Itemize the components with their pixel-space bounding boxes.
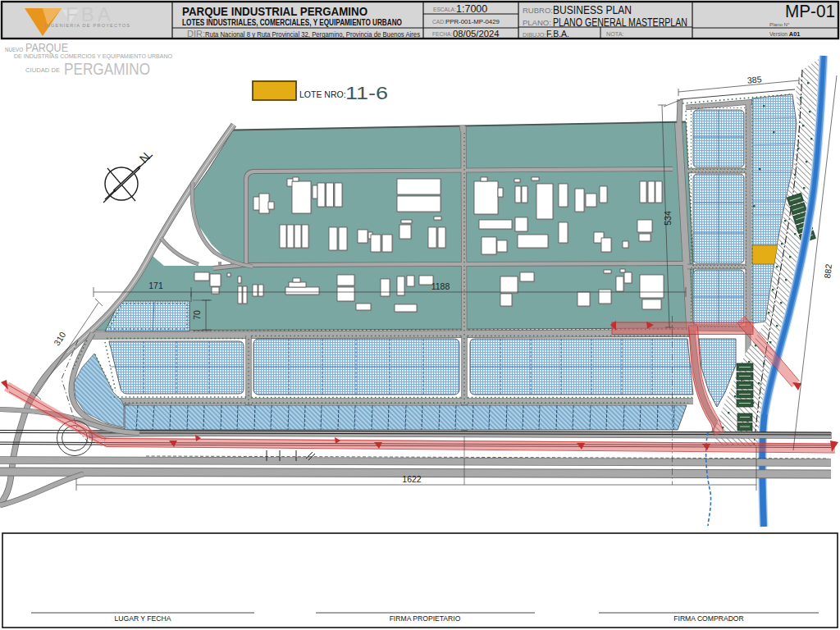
svg-text:LOTE NRO:: LOTE NRO: xyxy=(299,89,346,99)
svg-text:PARQUE: PARQUE xyxy=(25,40,68,54)
svg-text:534: 534 xyxy=(663,211,673,226)
svg-text:DE INDUSTRIAS COMERCIOS Y EQUI: DE INDUSTRIAS COMERCIOS Y EQUIPAMIENTO U… xyxy=(14,53,172,60)
svg-text:171: 171 xyxy=(148,281,163,290)
svg-text:PARQUE INDUSTRIAL PERGAMINO: PARQUE INDUSTRIAL PERGAMINO xyxy=(182,4,368,18)
svg-text:PPR-001-MP-0429: PPR-001-MP-0429 xyxy=(445,18,500,25)
svg-text:Ruta Nacional 8 y Ruta Provinc: Ruta Nacional 8 y Ruta Provincial 32, Pe… xyxy=(205,30,420,39)
svg-text:Plano N°: Plano N° xyxy=(769,21,790,27)
svg-text:11-6: 11-6 xyxy=(345,83,388,103)
svg-text:CAD:: CAD: xyxy=(432,19,445,25)
svg-text:FECHA:: FECHA: xyxy=(432,31,452,37)
svg-text:INGENIERIA DE PROYECTOS: INGENIERIA DE PROYECTOS xyxy=(44,23,130,28)
svg-text:PLANO:: PLANO: xyxy=(523,18,551,27)
svg-text:DIBUJO:: DIBUJO: xyxy=(523,31,546,39)
svg-text:NOTA:: NOTA: xyxy=(606,30,623,38)
svg-text:FIRMA PROPIETARIO: FIRMA PROPIETARIO xyxy=(390,614,461,623)
svg-text:LUGAR Y FECHA: LUGAR Y FECHA xyxy=(115,614,171,623)
svg-text:DIR:: DIR: xyxy=(187,29,205,39)
svg-text:FBA: FBA xyxy=(66,3,114,25)
svg-text:1622: 1622 xyxy=(402,474,422,484)
svg-text:F.B.A.: F.B.A. xyxy=(546,29,569,39)
svg-text:PERGAMINO: PERGAMINO xyxy=(64,60,150,78)
svg-text:FIRMA COMPRADOR: FIRMA COMPRADOR xyxy=(673,614,743,623)
svg-text:RUBRO:: RUBRO: xyxy=(523,6,553,15)
svg-text:1188: 1188 xyxy=(431,281,450,291)
svg-text:PLANO GENERAL MASTERPLAN: PLANO GENERAL MASTERPLAN xyxy=(553,16,687,29)
svg-text:385: 385 xyxy=(746,74,762,84)
svg-text:882: 882 xyxy=(822,263,833,279)
svg-text:70: 70 xyxy=(192,310,202,320)
svg-text:1:7000: 1:7000 xyxy=(456,3,487,15)
svg-text:MP-01: MP-01 xyxy=(785,1,835,21)
svg-text:08/05/2024: 08/05/2024 xyxy=(453,29,500,39)
svg-text:Version A01: Version A01 xyxy=(769,30,800,38)
svg-text:ESCALA:: ESCALA: xyxy=(433,7,456,12)
svg-text:NUEVO: NUEVO xyxy=(5,47,23,52)
svg-text:LOTES INDUSTRIALES, COMERCIALE: LOTES INDUSTRIALES, COMERCIALES, Y EQUIP… xyxy=(182,18,402,27)
svg-text:CIUDAD DE: CIUDAD DE xyxy=(25,66,60,74)
